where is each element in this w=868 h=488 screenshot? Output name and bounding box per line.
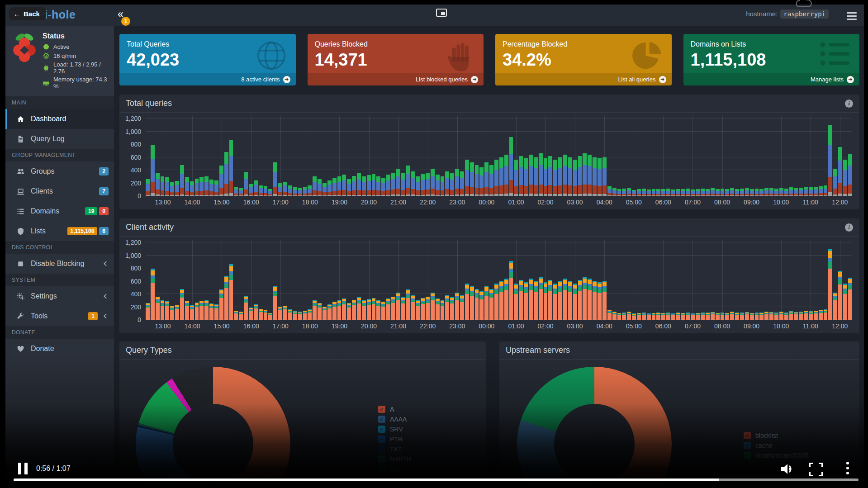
info-icon[interactable]: i bbox=[845, 99, 853, 108]
sidebar-item-lists[interactable]: Lists1,115,1086 bbox=[5, 221, 114, 241]
x-axis-tick: 17:00 bbox=[273, 199, 289, 206]
video-progress-bar[interactable] bbox=[14, 479, 859, 481]
users-icon bbox=[17, 168, 25, 175]
status-title: Status bbox=[43, 32, 109, 40]
status-row: Memory usage: 74.3 % bbox=[43, 76, 109, 90]
main-content: Total Queries 42,023 8 active clients➔Qu… bbox=[114, 26, 864, 485]
sidebar-item-label: Tools bbox=[31, 312, 47, 320]
x-axis-tick: 20:00 bbox=[361, 199, 377, 206]
checkbox-icon: ✓ bbox=[744, 452, 751, 459]
legend-item-ptr[interactable]: ✓PTR bbox=[378, 436, 416, 443]
legend-label: blocklist bbox=[755, 432, 778, 439]
sidebar-item-label: Settings bbox=[31, 292, 57, 300]
y-axis-tick: 400 bbox=[131, 290, 146, 298]
client-activity-chart: 02004006008001,0001,20013:0014:0015:0016… bbox=[146, 240, 852, 320]
sidebar-item-donate[interactable]: Donate bbox=[5, 339, 114, 359]
sidebar-item-settings[interactable]: Settings bbox=[5, 286, 114, 306]
count-badge: 2 bbox=[99, 167, 109, 175]
legend-label: SRV bbox=[390, 426, 403, 433]
card-footer-link[interactable]: 8 active clients➔ bbox=[119, 73, 296, 85]
y-axis-tick: 0 bbox=[138, 316, 146, 323]
legend-item-txt[interactable]: ✓TXT bbox=[378, 445, 416, 453]
more-options-icon[interactable] bbox=[846, 462, 849, 474]
x-axis-tick: 00:00 bbox=[479, 199, 494, 206]
wrench-icon bbox=[17, 313, 25, 320]
sidebar-item-clients[interactable]: Clients7 bbox=[5, 181, 114, 201]
status-row: 16 q/min bbox=[43, 52, 109, 60]
menu-section-header: DONATE bbox=[5, 326, 114, 339]
back-button[interactable]: ←Back bbox=[9, 7, 46, 20]
count-badge: 6 bbox=[99, 227, 109, 235]
legend-item-cache[interactable]: ✓cache bbox=[744, 442, 808, 449]
legend-item-aaaa[interactable]: ✓AAAA bbox=[378, 416, 416, 423]
globe-icon bbox=[255, 39, 288, 74]
y-axis-tick: 600 bbox=[131, 154, 146, 161]
sidebar-item-label: Clients bbox=[31, 187, 53, 195]
card-total-queries: Total Queries 42,023 8 active clients➔ bbox=[119, 34, 296, 85]
panel-title: Client activity bbox=[126, 223, 174, 232]
memory-icon bbox=[43, 79, 50, 87]
fullscreen-icon[interactable] bbox=[809, 463, 823, 476]
bar-series bbox=[146, 116, 852, 196]
raspberry-logo bbox=[12, 32, 37, 91]
sidebar-item-disable-blocking[interactable]: Disable Blocking bbox=[5, 254, 114, 274]
sidebar-item-query-log[interactable]: Query Log bbox=[5, 129, 114, 149]
sidebar-item-domains[interactable]: Domains190 bbox=[5, 201, 114, 221]
picture-in-picture-icon[interactable] bbox=[436, 9, 447, 19]
card-footer-link[interactable]: List all queries➔ bbox=[495, 73, 672, 85]
info-icon[interactable]: i bbox=[845, 223, 853, 232]
menu-section-header: DNS CONTROL bbox=[5, 241, 114, 254]
sidebar-item-tools[interactable]: Tools1 bbox=[5, 306, 114, 326]
checkbox-icon: ✓ bbox=[378, 416, 385, 423]
x-axis-tick: 19:00 bbox=[332, 322, 347, 330]
home-icon bbox=[17, 115, 25, 123]
chevron-left-icon bbox=[102, 261, 109, 267]
sidebar-item-groups[interactable]: Groups2 bbox=[5, 161, 114, 181]
volume-icon[interactable] bbox=[779, 462, 793, 478]
gears-icon bbox=[17, 293, 25, 300]
x-axis-tick: 16:00 bbox=[243, 199, 259, 206]
x-axis-tick: 09:00 bbox=[744, 322, 759, 330]
x-axis-tick: 08:00 bbox=[714, 322, 730, 330]
legend-item-srv[interactable]: ✓SRV bbox=[378, 426, 416, 433]
y-axis-tick: 1,000 bbox=[125, 128, 146, 135]
top-bar: Pi-hole « 1 hostname:raspberrypi bbox=[5, 5, 864, 26]
status-row: Active bbox=[43, 43, 109, 51]
x-axis-tick: 20:00 bbox=[361, 322, 377, 330]
legend-item-blocklist[interactable]: ✓blocklist bbox=[744, 432, 808, 439]
checkbox-icon: ✓ bbox=[744, 442, 751, 449]
upstream-servers-legend: ✓blocklist✓cache✓localhost.lan#5335 bbox=[744, 432, 808, 459]
x-axis-tick: 21:00 bbox=[390, 322, 406, 330]
checkbox-icon: ✓ bbox=[378, 436, 385, 443]
y-axis-tick: 400 bbox=[131, 166, 146, 174]
x-axis-tick: 11:00 bbox=[803, 322, 818, 330]
card-footer-link[interactable]: List blocked queries➔ bbox=[308, 73, 484, 85]
panel-title: Query Types bbox=[126, 346, 172, 355]
shield-icon bbox=[17, 227, 25, 235]
card-footer-link[interactable]: Manage lists➔ bbox=[683, 73, 860, 85]
x-axis-tick: 14:00 bbox=[185, 199, 200, 206]
checkbox-icon: ✓ bbox=[744, 432, 751, 439]
legend-label: PTR bbox=[390, 436, 403, 443]
hamburger-menu-icon[interactable] bbox=[847, 10, 857, 22]
stop-icon bbox=[17, 260, 25, 268]
x-axis-tick: 05:00 bbox=[626, 322, 642, 330]
cloud-icon bbox=[795, 0, 812, 9]
card-queries-blocked: Queries Blocked 14,371 List blocked quer… bbox=[308, 34, 484, 85]
sidebar-item-label: Donate bbox=[31, 345, 54, 353]
pihole-dashboard: Pi-hole « 1 hostname:raspberrypi Stat bbox=[5, 5, 864, 485]
status-dot-icon bbox=[43, 43, 50, 51]
x-axis-tick: 12:00 bbox=[832, 322, 848, 330]
legend-item-a[interactable]: ✓A bbox=[378, 406, 416, 413]
sidebar-item-label: Groups bbox=[31, 167, 54, 175]
hand-icon bbox=[446, 39, 475, 74]
legend-item-localhost-lan-5335[interactable]: ✓localhost.lan#5335 bbox=[744, 452, 808, 459]
sidebar-item-label: Dashboard bbox=[31, 115, 66, 123]
x-axis-tick: 04:00 bbox=[597, 199, 612, 206]
x-axis-tick: 23:00 bbox=[449, 199, 465, 206]
y-axis-tick: 1,200 bbox=[125, 239, 146, 246]
hostname: hostname:raspberrypi bbox=[746, 10, 829, 18]
pause-button[interactable] bbox=[18, 463, 28, 474]
x-axis-tick: 23:00 bbox=[449, 322, 465, 330]
sidebar-item-dashboard[interactable]: Dashboard bbox=[5, 109, 114, 129]
